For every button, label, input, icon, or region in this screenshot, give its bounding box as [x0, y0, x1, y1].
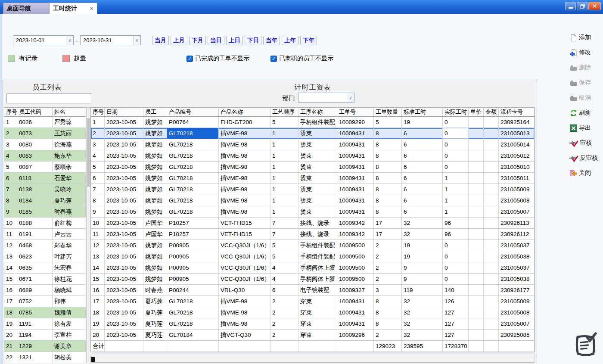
- employee-row[interactable]: 50087蔡顺余: [4, 162, 86, 173]
- column-header[interactable]: 工单数量: [374, 108, 402, 116]
- chevron-down-icon[interactable]: ∨: [133, 36, 140, 45]
- wage-row[interactable]: 62023-10-05姚梦如GL70218插VME-981烫束100094318…: [91, 173, 535, 184]
- wage-row[interactable]: 72023-10-05姚梦如GL70218插VME-981烫束100094318…: [91, 184, 535, 195]
- column-header[interactable]: 日期: [105, 108, 143, 116]
- employee-row[interactable]: 10026严秀琼: [4, 117, 86, 128]
- sidebar-button-export[interactable]: 导出: [569, 123, 602, 133]
- chevron-down-icon[interactable]: ∨: [66, 36, 73, 45]
- tab-desktop-navigation[interactable]: 桌面导航: [3, 3, 49, 14]
- column-header[interactable]: 实际工时: [443, 108, 469, 116]
- quick-date-button[interactable]: 当日: [208, 36, 224, 45]
- wage-row[interactable]: 152023-10-05姚梦如P00905VCC-Q30JI（1/6）4手柄阀体…: [91, 274, 535, 285]
- filter-checkbox[interactable]: ✓已离职的员工不显示: [270, 55, 333, 62]
- close-button[interactable]: ✕: [588, 2, 601, 10]
- department-select[interactable]: ∨: [298, 93, 354, 103]
- date-from-select[interactable]: 2023-10-01 ∨: [13, 35, 74, 45]
- employee-row[interactable]: 120468郑春华: [4, 240, 86, 251]
- wage-row[interactable]: 82023-10-05姚梦如GL70218插VME-981烫束100094318…: [91, 195, 535, 206]
- employee-row[interactable]: 80184夏巧莲: [4, 195, 86, 206]
- column-header[interactable]: 员工代码: [17, 108, 53, 116]
- sidebar-button-audit[interactable]: abc审核: [569, 138, 602, 148]
- employee-row[interactable]: 150671徐桂花: [4, 274, 86, 285]
- scrollbar-thumb[interactable]: [91, 357, 95, 362]
- employee-row[interactable]: 170752邵伟: [4, 296, 86, 307]
- employee-row[interactable]: 180785魏雅倩: [4, 307, 86, 318]
- column-header[interactable]: 单价: [469, 108, 484, 116]
- employee-row[interactable]: 160689杨晓斌: [4, 285, 86, 296]
- editing-cell[interactable]: 0: [443, 128, 469, 139]
- table-cell: 夏巧莲: [53, 195, 85, 206]
- employee-row[interactable]: 191191徐有发: [4, 318, 86, 330]
- wage-row[interactable]: 162023-10-05时春燕P00244VRL-Q306电子镜装配100093…: [91, 285, 535, 296]
- employee-row[interactable]: 70138吴晓玲: [4, 184, 86, 195]
- scrollbar-thumb[interactable]: [87, 118, 90, 187]
- sidebar-button-unaudit[interactable]: abc反审核: [569, 153, 602, 163]
- quick-date-button[interactable]: 下年: [300, 36, 317, 45]
- sidebar-button-modify[interactable]: 修改: [569, 48, 602, 57]
- column-header[interactable]: 产品名称: [219, 108, 270, 116]
- column-header[interactable]: 产品编号: [167, 108, 219, 116]
- quick-date-button[interactable]: 下月: [189, 36, 206, 45]
- employee-row[interactable]: 140635朱宏春: [4, 262, 86, 274]
- minimize-button[interactable]: [565, 2, 576, 10]
- quick-date-button[interactable]: 上日: [226, 36, 243, 45]
- column-header[interactable]: 工单号: [337, 108, 374, 116]
- quick-date-button[interactable]: 下日: [245, 36, 261, 45]
- employee-row[interactable]: 30080徐海燕: [4, 139, 86, 150]
- wage-row[interactable]: 52023-10-05姚梦如GL70218插VME-981烫束100094318…: [91, 162, 535, 173]
- wage-row[interactable]: 182023-10-05夏巧莲GL70218插VME-982穿束10009431…: [91, 307, 535, 318]
- column-header[interactable]: 标准工时: [402, 108, 443, 116]
- wage-row[interactable]: 112023-10-05卢国华P10257VET-FHD157接线、烧录1000…: [91, 229, 535, 240]
- wage-row[interactable]: 172023-10-05夏巧莲GL70218插VME-982穿束10009431…: [91, 296, 535, 307]
- column-header[interactable]: 金额: [484, 108, 499, 116]
- date-to-select[interactable]: 2023-10-31 ∨: [80, 35, 141, 45]
- employee-row[interactable]: 201194李宣柱: [4, 330, 86, 341]
- table-cell: 2023-10-05: [105, 173, 143, 184]
- chevron-down-icon[interactable]: ∨: [347, 93, 354, 102]
- checkbox-checked-icon[interactable]: ✓: [270, 56, 277, 62]
- column-header[interactable]: 姓名: [53, 108, 85, 116]
- sidebar-button-close[interactable]: 关闭: [569, 168, 602, 178]
- wage-row[interactable]: 122023-10-05姚梦如P00905VCC-Q30JI（1/6）5手柄组件…: [91, 240, 535, 251]
- employee-row[interactable]: 211229谢美章: [4, 341, 86, 352]
- wage-row[interactable]: 42023-10-05姚梦如GL70218插VME-981烫束100094318…: [91, 150, 535, 162]
- wage-row[interactable]: 32023-10-05姚梦如GL70218插VME-981烫束100094318…: [91, 139, 535, 150]
- employee-row[interactable]: 110191卢云云: [4, 229, 86, 240]
- checkbox-checked-icon[interactable]: ✓: [186, 56, 193, 62]
- employee-row[interactable]: 100188俞红梅: [4, 218, 86, 229]
- filter-checkbox[interactable]: ✓已完成的工单不显示: [186, 55, 249, 62]
- restore-button[interactable]: [577, 2, 587, 10]
- tab-close-icon[interactable]: ×: [90, 5, 93, 12]
- quick-date-button[interactable]: 上月: [171, 36, 187, 45]
- employee-row[interactable]: 221321胡松美: [4, 352, 86, 363]
- employee-row[interactable]: 20073王慧丽: [4, 128, 86, 139]
- column-header[interactable]: 序号: [91, 108, 105, 116]
- quick-date-button[interactable]: 当月: [152, 36, 169, 45]
- employee-row[interactable]: 60118石爱华: [4, 173, 86, 184]
- employee-row[interactable]: 40083施东华: [4, 150, 86, 162]
- tab-work-hour-statistics[interactable]: 工时统计 ×: [49, 3, 97, 14]
- column-header[interactable]: 工艺顺序: [270, 108, 298, 116]
- wage-row[interactable]: 92023-10-05姚梦如GL70218插VME-981烫束100094318…: [91, 206, 535, 218]
- wage-row[interactable]: 192023-10-05夏巧莲GL70218插VME-982穿束10009431…: [91, 318, 535, 330]
- wage-row[interactable]: 142023-10-05姚梦如P00905VCC-Q30JI（1/6）4手柄阀体…: [91, 262, 535, 274]
- wage-row[interactable]: 12023-10-05姚梦如P00764FHD-GT2005手柄组件装配1000…: [91, 117, 535, 128]
- wage-row[interactable]: 132023-10-05姚梦如P00905VCC-Q30JI（1/6）5手柄组件…: [91, 251, 535, 262]
- table-cell: [484, 128, 499, 139]
- wage-row[interactable]: 102023-10-05卢国华P10257VET-FHD157接线、烧录1000…: [91, 218, 535, 229]
- wage-row[interactable]: 202023-10-05夏巧莲GL70184插VGT-Q302穿束1000929…: [91, 330, 535, 341]
- wage-row[interactable]: 22023-10-05姚梦如GL70218插VME-981烫束100094318…: [91, 128, 535, 139]
- column-header[interactable]: 员工: [143, 108, 167, 116]
- employee-row[interactable]: 130623叶建芳: [4, 251, 86, 262]
- table-cell: 6: [402, 195, 443, 206]
- employee-search-input[interactable]: [6, 93, 91, 103]
- column-header[interactable]: 序号: [4, 108, 17, 116]
- quick-date-button[interactable]: 上年: [282, 36, 298, 45]
- employee-row[interactable]: 90185时春燕: [4, 206, 86, 218]
- wage-horizontal-scrollbar[interactable]: [90, 356, 535, 363]
- sidebar-button-add[interactable]: 添加: [569, 33, 602, 42]
- quick-date-button[interactable]: 当年: [263, 36, 280, 45]
- column-header[interactable]: 流程卡号: [499, 108, 535, 116]
- sidebar-button-refresh[interactable]: 刷新: [569, 108, 602, 118]
- column-header[interactable]: 工序名称: [298, 108, 337, 116]
